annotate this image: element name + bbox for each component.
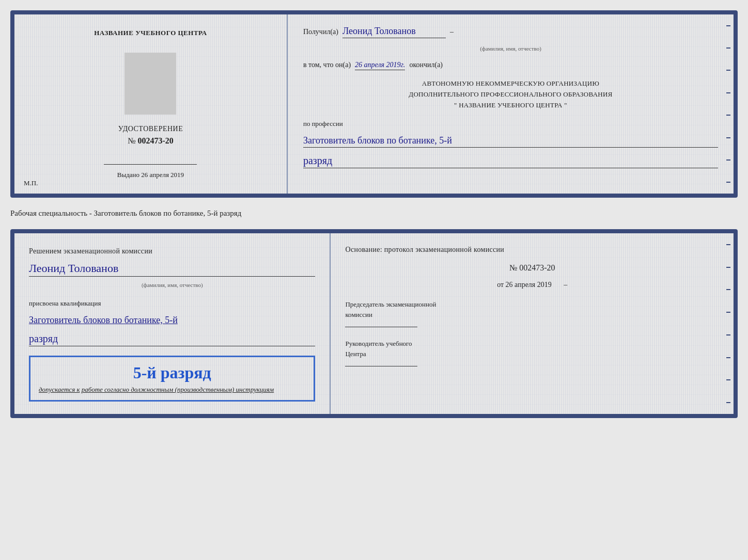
edge-mark <box>726 115 730 116</box>
protocol-prefix: № <box>509 263 517 272</box>
issue-date: 26 апреля 2019г. <box>355 61 405 70</box>
certificate-number-line: № 002473-20 <box>128 136 174 146</box>
predsedatel-block: Председатель экзаменационной комиссии <box>345 299 719 327</box>
predsedatel-label: Председатель экзаменационной комиссии <box>345 299 719 319</box>
rukovoditel-block: Руководитель учебного Центра <box>345 339 719 366</box>
rukovoditel-line1: Руководитель учебного <box>345 339 719 349</box>
vtom-row: в том, что он(а) 26 апреля 2019г. окончи… <box>303 61 718 70</box>
edge-mark <box>726 379 730 380</box>
bottom-doc-right: Основание: протокол экзаменационной коми… <box>331 233 734 414</box>
edge-mark <box>726 334 730 335</box>
certificate-number: 002473-20 <box>137 136 173 145</box>
protocol-number: № 002473-20 <box>345 263 719 273</box>
fio-subtitle-top: (фамилия, имя, отчество) <box>303 45 718 52</box>
dopuskaetsya-text: допускается к работе согласно должностны… <box>39 386 305 394</box>
poluchil-label: Получил(а) <box>303 28 338 36</box>
top-center-name: НАЗВАНИЕ УЧЕБНОГО ЦЕНТРА <box>94 29 207 37</box>
edge-marks-bottom <box>726 233 730 414</box>
mp-label: М.П. <box>24 179 38 187</box>
dopuskaetsya-label: допускается к <box>39 386 80 393</box>
edge-mark <box>726 70 730 71</box>
bottom-doc-left: Решением экзаменационной комиссии Леонид… <box>14 233 331 414</box>
razryad-top: разряд <box>303 155 718 168</box>
ot-prefix: от <box>497 281 504 289</box>
recipient-name: Леонид Толованов <box>342 26 446 38</box>
edge-mark <box>726 47 730 49</box>
bottom-name: Леонид Толованов <box>29 262 315 277</box>
photo-placeholder <box>124 53 176 115</box>
osnovanie-title: Основание: протокол экзаменационной коми… <box>345 246 719 254</box>
stamp-box: 5-й разряд допускается к работе согласно… <box>29 356 315 402</box>
stamp-grade: 5-й разряд <box>39 363 305 382</box>
specialty-label: Рабочая специальность - Заготовитель бло… <box>10 207 738 220</box>
bottom-document: Решением экзаменационной комиссии Леонид… <box>10 229 738 418</box>
rabota-italic: работе согласно должностным (производств… <box>82 386 274 393</box>
po-professii-label: по профессии <box>303 120 718 128</box>
top-document: НАЗВАНИЕ УЧЕБНОГО ЦЕНТРА УДОСТОВЕРЕНИЕ №… <box>10 10 738 198</box>
ot-date-value: 26 апреля 2019 <box>506 281 552 289</box>
edge-mark <box>726 312 730 313</box>
vtom-label: в том, что он(а) <box>303 61 351 69</box>
avt-line1: АВТОНОМНУЮ НЕКОММЕРЧЕСКУЮ ОРГАНИЗАЦИЮ <box>303 78 718 89</box>
predsedatel-line1: Председатель экзаменационной <box>345 299 719 310</box>
avt-block: АВТОНОМНУЮ НЕКОММЕРЧЕСКУЮ ОРГАНИЗАЦИЮ ДО… <box>303 78 718 110</box>
edge-mark <box>726 402 730 403</box>
vydano-line: Выдано 26 апреля 2019 <box>117 171 184 179</box>
profession-name-top: Заготовитель блоков по ботанике, 5-й <box>303 135 718 148</box>
edge-mark <box>726 182 730 183</box>
edge-marks-top <box>726 14 730 194</box>
edge-mark <box>726 25 730 26</box>
vydano-label: Выдано <box>117 171 139 179</box>
rukovoditel-sign-line <box>345 366 417 366</box>
rukovoditel-label: Руководитель учебного Центра <box>345 339 719 359</box>
ot-date: от 26 апреля 2019 – <box>345 281 719 289</box>
vydano-date: 26 апреля 2019 <box>141 171 184 179</box>
page-wrapper: НАЗВАНИЕ УЧЕБНОГО ЦЕНТРА УДОСТОВЕРЕНИЕ №… <box>10 10 738 418</box>
edge-mark <box>726 289 730 290</box>
avt-line2: ДОПОЛНИТЕЛЬНОГО ПРОФЕССИОНАЛЬНОГО ОБРАЗО… <box>303 89 718 100</box>
dash2: – <box>564 281 567 289</box>
edge-mark <box>726 357 730 358</box>
rukovoditel-line2: Центра <box>345 349 719 359</box>
dash: – <box>450 28 454 36</box>
edge-mark <box>726 244 730 245</box>
resheniem-text: Решением экзаменационной комиссии <box>29 246 315 257</box>
top-signature-line <box>104 164 197 165</box>
avt-line3: " НАЗВАНИЕ УЧЕБНОГО ЦЕНТРА " <box>303 100 718 111</box>
edge-mark <box>726 267 730 268</box>
prisvoena-label: присвоена квалификация <box>29 299 315 308</box>
udostoverenie-label: УДОСТОВЕРЕНИЕ <box>118 125 183 133</box>
number-prefix: № <box>128 136 135 145</box>
predsedatel-line2: комиссии <box>345 310 719 320</box>
edge-mark <box>726 159 730 161</box>
protocol-num-value: 002473-20 <box>519 263 555 272</box>
poluchil-row: Получил(а) Леонид Толованов – <box>303 26 718 38</box>
fio-subtitle-bottom: (фамилия, имя, отчество) <box>29 282 315 288</box>
razryad-bottom: разряд <box>29 333 315 346</box>
edge-mark <box>726 92 730 93</box>
qualification-name: Заготовитель блоков по ботанике, 5-й <box>29 314 315 327</box>
edge-mark <box>726 137 730 138</box>
top-doc-right: Получил(а) Леонид Толованов – (фамилия, … <box>288 14 734 194</box>
okonchil-label: окончил(а) <box>409 61 443 69</box>
predsedatel-sign-line <box>345 327 417 327</box>
top-doc-left: НАЗВАНИЕ УЧЕБНОГО ЦЕНТРА УДОСТОВЕРЕНИЕ №… <box>14 14 288 194</box>
